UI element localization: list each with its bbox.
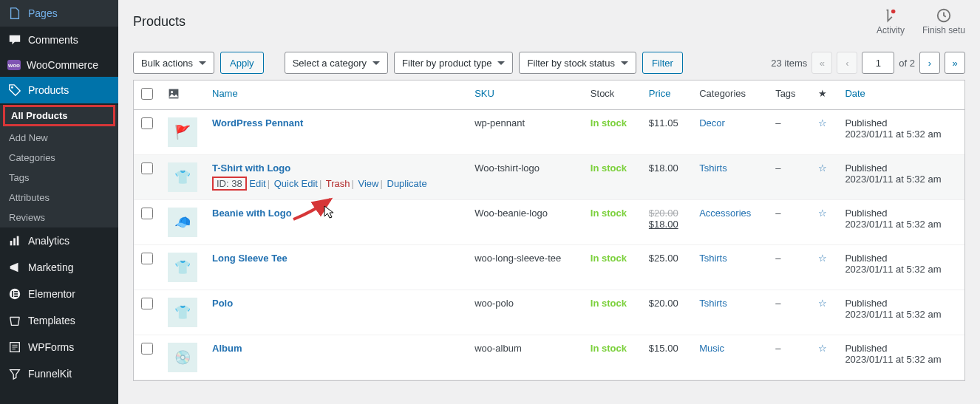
filter-button[interactable]: Filter [642,52,683,74]
featured-toggle[interactable]: ☆ [818,208,827,219]
sidebar-item-templates[interactable]: Templates [0,307,118,334]
product-name-link[interactable]: Album [212,343,242,354]
cell-tags: – [768,290,808,335]
sidebar-item-woocommerce[interactable]: woo WooCommerce [0,53,118,77]
main-content: Products Activity Finish setu Bulk actio… [118,0,980,404]
admin-sidebar: Pages Comments woo WooCommerce Products … [0,0,118,404]
row-checkbox[interactable] [141,343,153,355]
trash-link[interactable]: Trash [326,178,350,189]
product-thumbnail[interactable]: 👕 [168,162,197,192]
sidebar-label: Analytics [28,235,69,247]
sidebar-sub-all-products[interactable]: All Products [3,105,115,126]
cell-date: Published2023/01/11 at 5:32 am [837,155,964,200]
cell-tags: – [768,200,808,245]
category-link[interactable]: Music [699,343,724,354]
sidebar-sub-add-new[interactable]: Add New [0,128,118,148]
cell-sku: Woo-tshirt-logo [467,155,583,200]
product-thumbnail[interactable]: 🧢 [168,208,197,237]
sidebar-item-funnelkit[interactable]: FunnelKit [0,360,118,387]
category-link[interactable]: Decor [699,117,725,129]
next-page-button[interactable]: › [919,52,940,74]
quick-edit-link[interactable]: Quick Edit [274,178,318,189]
row-checkbox[interactable] [141,117,153,129]
featured-toggle[interactable]: ☆ [818,253,827,264]
stock-status: In stock [591,162,627,174]
col-sku[interactable]: SKU [467,81,583,110]
star-icon: ★ [818,88,827,99]
col-date[interactable]: Date [837,81,964,110]
apply-button[interactable]: Apply [220,52,264,74]
sidebar-item-marketing[interactable]: Marketing [0,254,118,281]
category-link[interactable]: Tshirts [699,298,727,309]
duplicate-link[interactable]: Duplicate [387,178,427,189]
sidebar-sub-categories[interactable]: Categories [0,148,118,168]
sidebar-label: Marketing [28,261,73,273]
sidebar-sub-reviews[interactable]: Reviews [0,208,118,227]
col-featured[interactable]: ★ [808,81,837,110]
select-all-checkbox[interactable] [141,88,153,100]
category-link[interactable]: Tshirts [699,253,727,264]
sidebar-submenu: All Products Add New Categories Tags Att… [0,105,118,227]
clock-icon [936,7,952,24]
sidebar-item-pages[interactable]: Pages [0,0,118,27]
stock-status: In stock [591,117,627,129]
sidebar-item-products[interactable]: Products [0,77,118,103]
first-page-button[interactable]: « [811,52,832,74]
prev-page-button[interactable]: ‹ [837,52,857,74]
cell-sku: wp-pennant [467,110,583,155]
sidebar-label: Comments [28,34,78,46]
featured-toggle[interactable]: ☆ [818,343,827,354]
sidebar-item-analytics[interactable]: Analytics [0,227,118,254]
sidebar-item-comments[interactable]: Comments [0,27,118,53]
row-checkbox[interactable] [141,298,153,309]
row-checkbox[interactable] [141,162,153,174]
table-row: 💿 Album woo-album In stock $15.00 Music … [134,335,964,380]
bulk-actions-select[interactable]: Bulk actions [133,52,214,74]
product-name-link[interactable]: Polo [212,298,233,309]
sidebar-item-elementor[interactable]: Elementor [0,281,118,307]
category-select[interactable]: Select a category [285,52,388,74]
product-type-select[interactable]: Filter by product type [394,52,513,74]
row-checkbox[interactable] [141,253,153,264]
cell-tags: – [768,155,808,200]
col-price[interactable]: Price [642,81,692,110]
product-name-link[interactable]: Beanie with Logo [212,208,292,219]
sidebar-label: Templates [28,315,75,326]
product-thumbnail[interactable]: 👕 [168,253,197,282]
featured-toggle[interactable]: ☆ [818,162,827,174]
product-thumbnail[interactable]: 👕 [168,298,197,327]
product-name-link[interactable]: WordPress Pennant [212,117,303,129]
cell-sku: Woo-beanie-logo [467,200,583,245]
sidebar-sub-attributes[interactable]: Attributes [0,188,118,208]
product-thumbnail[interactable]: 🚩 [168,117,197,147]
cell-tags: – [768,110,808,155]
products-table: Name SKU Stock Price Categories Tags ★ D… [133,80,965,381]
sidebar-sub-tags[interactable]: Tags [0,168,118,188]
category-link[interactable]: Tshirts [699,162,727,174]
table-row: 👕 T-Shirt with Logo ID: 38 Edit| Quick E… [134,155,964,200]
col-name[interactable]: Name [205,81,467,110]
funnelkit-icon [7,366,22,381]
product-name-link[interactable]: T-Shirt with Logo [212,162,290,174]
cell-date: Published2023/01/11 at 5:32 am [837,245,964,290]
activity-button[interactable]: Activity [877,7,905,35]
product-thumbnail[interactable]: 💿 [168,343,197,372]
sidebar-item-wpforms[interactable]: WPForms [0,334,118,360]
cell-sku: woo-album [467,335,583,380]
current-page-input[interactable] [862,52,894,74]
stock-status: In stock [591,298,627,309]
cell-price: $18.00 [642,155,692,200]
last-page-button[interactable]: » [945,52,965,74]
finish-setup-button[interactable]: Finish setu [922,7,965,35]
featured-toggle[interactable]: ☆ [818,298,827,309]
edit-link[interactable]: Edit [249,178,265,189]
featured-toggle[interactable]: ☆ [818,117,827,129]
row-checkbox[interactable] [141,208,153,219]
table-row: 🧢 Beanie with Logo Woo-beanie-logo In st… [134,200,964,245]
view-link[interactable]: View [358,178,379,189]
woo-icon: woo [7,60,21,70]
stock-status-select[interactable]: Filter by stock status [519,52,636,74]
category-link[interactable]: Accessories [699,208,751,219]
product-name-link[interactable]: Long Sleeve Tee [212,253,287,264]
col-image[interactable] [160,81,205,110]
